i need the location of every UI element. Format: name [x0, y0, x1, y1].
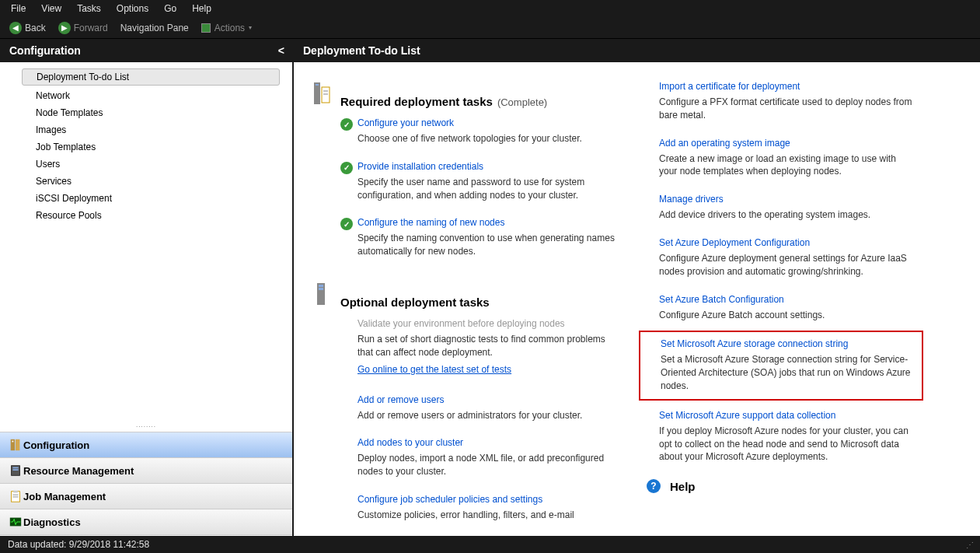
task-azure-storage-connection: Set Microsoft Azure storage connection s… — [661, 338, 914, 392]
link-add-os-image[interactable]: Add an operating system image — [659, 138, 915, 149]
arrow-right-icon: ▶ — [58, 22, 71, 34]
nav-item-job-templates[interactable]: Job Templates — [0, 138, 292, 156]
server-icon — [8, 464, 23, 478]
status-bar: Data updated: 9/29/2018 11:42:58 ⋰ — [0, 536, 980, 553]
diagnostics-icon — [8, 515, 23, 529]
svg-rect-2 — [12, 441, 14, 443]
link-installation-credentials[interactable]: Provide installation credentials — [357, 161, 620, 172]
back-button[interactable]: ◀Back — [3, 19, 52, 37]
svg-rect-4 — [12, 467, 18, 469]
link-manage-drivers[interactable]: Manage drivers — [659, 194, 915, 205]
dropdown-icon: ▾ — [249, 24, 252, 31]
navigation-pane-button[interactable]: Navigation Pane — [114, 20, 195, 36]
svg-rect-1 — [16, 439, 19, 450]
link-add-nodes[interactable]: Add nodes to your cluster — [357, 437, 620, 448]
nav-item-services[interactable]: Services — [0, 173, 292, 190]
task-naming-nodes: ✓ Configure the naming of new nodes Spec… — [340, 217, 620, 258]
menu-bar: File View Tasks Options Go Help — [0, 0, 980, 17]
svg-rect-15 — [316, 84, 319, 86]
link-azure-support-data[interactable]: Set Microsoft Azure support data collect… — [659, 410, 915, 421]
actions-button[interactable]: Actions▾ — [195, 20, 258, 36]
task-configure-network: ✓ Configure your network Choose one of f… — [340, 117, 620, 145]
link-naming-nodes[interactable]: Configure the naming of new nodes — [357, 217, 620, 228]
link-configure-network[interactable]: Configure your network — [357, 117, 620, 128]
link-add-remove-users[interactable]: Add or remove users — [357, 394, 620, 405]
right-pane: Required deployment tasks (Complete) ✓ C… — [294, 62, 980, 553]
svg-rect-5 — [12, 469, 18, 471]
required-tasks-heading: Required deployment tasks — [340, 95, 493, 108]
nav-item-node-templates[interactable]: Node Templates — [0, 104, 292, 121]
nav-list: Deployment To-do List Network Node Templ… — [0, 62, 292, 425]
menu-help[interactable]: Help — [184, 1, 219, 16]
menu-view[interactable]: View — [33, 1, 69, 16]
nav-item-network[interactable]: Network — [0, 87, 292, 104]
splitter[interactable]: ∙∙∙∙∙∙∙∙ — [0, 425, 292, 432]
task-add-os-image: Add an operating system image Create a n… — [659, 138, 915, 179]
task-job-scheduler: Configure job scheduler policies and set… — [340, 494, 620, 522]
right-panel-title: Deployment To-do List — [303, 44, 420, 57]
check-icon: ✓ — [340, 218, 353, 230]
nav-item-resource-pools[interactable]: Resource Pools — [0, 207, 292, 224]
svg-rect-14 — [314, 82, 320, 104]
left-panel-title: Configuration — [9, 44, 81, 57]
task-manage-drivers: Manage drivers Add device drivers to the… — [659, 194, 915, 222]
svg-rect-7 — [13, 491, 17, 493]
link-azure-deployment-config[interactable]: Set Azure Deployment Configuration — [659, 237, 915, 248]
help-heading: Help — [670, 480, 696, 493]
nav-item-users[interactable]: Users — [0, 156, 292, 173]
menu-tasks[interactable]: Tasks — [69, 1, 109, 16]
highlighted-azure-storage: Set Microsoft Azure storage connection s… — [639, 331, 923, 400]
left-pane: Deployment To-do List Network Node Templ… — [0, 62, 294, 553]
checkbox-icon — [201, 23, 211, 33]
help-section: ? Help — [647, 479, 915, 493]
link-azure-batch-config[interactable]: Set Azure Batch Configuration — [659, 294, 915, 305]
check-icon: ✓ — [340, 162, 353, 174]
menu-options[interactable]: Options — [109, 1, 156, 16]
svg-rect-20 — [319, 285, 323, 287]
resize-grip-icon[interactable]: ⋰ — [966, 541, 972, 549]
task-add-remove-users: Add or remove users Add or remove users … — [340, 394, 620, 422]
help-icon: ? — [647, 479, 661, 493]
task-import-certificate: Import a certificate for deployment Conf… — [659, 81, 915, 122]
section-configuration[interactable]: Configuration — [0, 432, 292, 457]
section-diagnostics[interactable]: Diagnostics — [0, 509, 292, 534]
status-text: Data updated: 9/29/2018 11:42:58 — [8, 539, 149, 550]
section-resource-management[interactable]: Resource Management — [0, 457, 292, 483]
link-import-certificate[interactable]: Import a certificate for deployment — [659, 81, 915, 92]
server-icon — [312, 282, 331, 306]
nav-item-images[interactable]: Images — [0, 121, 292, 138]
task-add-nodes: Add nodes to your cluster Deploy nodes, … — [340, 437, 620, 478]
menu-go[interactable]: Go — [156, 1, 184, 16]
nav-item-iscsi[interactable]: iSCSI Deployment — [0, 190, 292, 207]
link-azure-storage-connection[interactable]: Set Microsoft Azure storage connection s… — [661, 338, 914, 349]
check-icon: ✓ — [340, 118, 353, 131]
forward-button[interactable]: ▶Forward — [52, 19, 114, 37]
link-validate-environment: Validate your environment before deployi… — [357, 318, 620, 329]
arrow-left-icon: ◀ — [9, 22, 22, 34]
svg-rect-16 — [322, 87, 330, 103]
optional-tasks-heading: Optional deployment tasks — [340, 296, 490, 309]
configuration-icon — [8, 438, 23, 452]
required-tasks-status: (Complete) — [497, 96, 547, 108]
link-job-scheduler[interactable]: Configure job scheduler policies and set… — [357, 494, 620, 505]
link-go-online-tests[interactable]: Go online to get the latest set of tests — [357, 364, 511, 375]
task-azure-batch-config: Set Azure Batch Configuration Configure … — [659, 294, 915, 322]
server-list-icon — [312, 81, 331, 106]
toolbar: ◀Back ▶Forward Navigation Pane Actions▾ — [0, 17, 980, 39]
clipboard-icon — [8, 489, 23, 503]
task-installation-credentials: ✓ Provide installation credentials Speci… — [340, 161, 620, 202]
menu-file[interactable]: File — [3, 1, 33, 16]
task-validate-environment: Validate your environment before deployi… — [340, 318, 620, 379]
nav-item-deployment-todo[interactable]: Deployment To-do List — [22, 68, 280, 86]
collapse-icon[interactable]: < — [278, 44, 284, 57]
section-job-management[interactable]: Job Management — [0, 483, 292, 509]
svg-rect-21 — [319, 288, 323, 290]
task-azure-deployment-config: Set Azure Deployment Configuration Confi… — [659, 237, 915, 278]
task-azure-support-data: Set Microsoft Azure support data collect… — [659, 410, 915, 464]
